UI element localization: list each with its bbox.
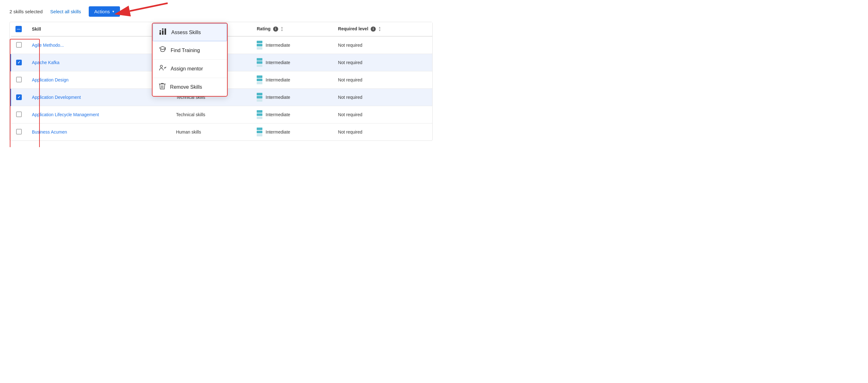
assess-skills-icon: [159, 28, 167, 36]
rating-text: Intermediate: [266, 95, 290, 100]
row-required-level: Not required: [333, 71, 432, 89]
row-rating: Intermediate: [252, 89, 333, 106]
table-row: Business AcumenHuman skillsIntermediateN…: [10, 124, 432, 141]
assign-mentor-label: Assign mentor: [171, 66, 203, 72]
rating-bar: [257, 41, 262, 50]
rating-text: Intermediate: [266, 43, 290, 48]
row-required-level: Not required: [333, 54, 432, 71]
chevron-icon: ▾: [113, 9, 114, 13]
skill-link[interactable]: Business Acumen: [32, 129, 67, 134]
row-checkbox-cell[interactable]: [10, 71, 27, 89]
header-checkbox-cell[interactable]: [10, 22, 27, 36]
red-arrow-annotation: [114, 0, 171, 19]
row-skill-name: Agile Methodo...: [27, 36, 171, 54]
rating-bar: [257, 128, 262, 136]
dropdown-item-mentor[interactable]: Assign mentor: [153, 60, 227, 78]
svg-point-6: [160, 65, 162, 68]
row-checkbox-cell[interactable]: [10, 89, 27, 106]
svg-point-5: [162, 28, 163, 30]
assign-mentor-icon: [159, 64, 166, 73]
row-rating: Intermediate: [252, 71, 333, 89]
row-skill-type: Human skills: [171, 124, 252, 141]
row-rating: Intermediate: [252, 36, 333, 54]
svg-rect-3: [164, 28, 166, 35]
header-checkbox[interactable]: [16, 26, 22, 32]
find-training-icon: [159, 46, 166, 55]
skill-link[interactable]: Application Development: [32, 95, 81, 100]
rating-text: Intermediate: [266, 60, 290, 65]
row-required-level: Not required: [333, 36, 432, 54]
rating-bar: [257, 93, 262, 102]
dropdown-item-assess[interactable]: Assess Skills: [153, 23, 227, 41]
row-checkbox[interactable]: [16, 129, 22, 134]
rating-sort[interactable]: ▲▼: [281, 26, 283, 32]
svg-point-4: [159, 30, 161, 32]
row-skill-name: Application Design: [27, 71, 171, 89]
row-checkbox-cell[interactable]: [10, 54, 27, 71]
remove-skills-label: Remove Skills: [170, 84, 202, 90]
remove-skills-icon: [159, 83, 166, 92]
actions-dropdown: Assess Skills Find Training: [152, 23, 228, 97]
row-rating: Intermediate: [252, 106, 333, 124]
skill-link[interactable]: Agile Methodo...: [32, 43, 64, 48]
rating-bar: [257, 110, 262, 119]
find-training-label: Find Training: [171, 48, 200, 53]
rating-text: Intermediate: [266, 129, 290, 134]
row-skill-name: Business Acumen: [27, 124, 171, 141]
row-rating: Intermediate: [252, 54, 333, 71]
skill-link[interactable]: Application Design: [32, 77, 68, 83]
table-row: Application Lifecycle ManagementTechnica…: [10, 106, 432, 124]
row-checkbox[interactable]: [16, 60, 22, 65]
row-checkbox[interactable]: [16, 94, 22, 100]
col-header-rating[interactable]: Rating i ▲▼: [252, 22, 333, 36]
assess-skills-label: Assess Skills: [172, 30, 201, 35]
row-checkbox[interactable]: [16, 111, 22, 117]
required-level-sort[interactable]: ▲▼: [378, 26, 381, 32]
skill-link[interactable]: Apache Kafka: [32, 60, 59, 65]
rating-bar: [257, 75, 262, 84]
rating-info-icon[interactable]: i: [273, 27, 278, 32]
select-all-link[interactable]: Select all skills: [50, 9, 81, 14]
row-checkbox-cell[interactable]: [10, 124, 27, 141]
rating-text: Intermediate: [266, 112, 290, 117]
row-checkbox-cell[interactable]: [10, 106, 27, 124]
top-bar: 2 skills selected Select all skills Acti…: [9, 6, 433, 17]
required-level-info-icon[interactable]: i: [371, 27, 376, 32]
row-skill-name: Application Lifecycle Management: [27, 106, 171, 124]
row-checkbox-cell[interactable]: [10, 36, 27, 54]
row-required-level: Not required: [333, 89, 432, 106]
actions-button[interactable]: Actions ▾: [89, 6, 120, 17]
svg-rect-2: [162, 30, 163, 35]
row-skill-type: Technical skills: [171, 106, 252, 124]
rating-bar: [257, 58, 262, 67]
col-header-skill: Skill: [27, 22, 171, 36]
rating-text: Intermediate: [266, 77, 290, 83]
row-required-level: Not required: [333, 124, 432, 141]
col-header-required-level[interactable]: Required level i ▲▼: [333, 22, 432, 36]
row-skill-name: Application Development: [27, 89, 171, 106]
row-required-level: Not required: [333, 106, 432, 124]
row-rating: Intermediate: [252, 124, 333, 141]
dropdown-item-training[interactable]: Find Training: [153, 41, 227, 60]
dropdown-item-remove[interactable]: Remove Skills: [153, 78, 227, 96]
skill-link[interactable]: Application Lifecycle Management: [32, 112, 99, 117]
row-checkbox[interactable]: [16, 77, 22, 83]
row-skill-name: Apache Kafka: [27, 54, 171, 71]
svg-rect-1: [159, 32, 161, 35]
row-checkbox[interactable]: [16, 42, 22, 48]
skills-selected-count: 2 skills selected: [9, 9, 43, 14]
